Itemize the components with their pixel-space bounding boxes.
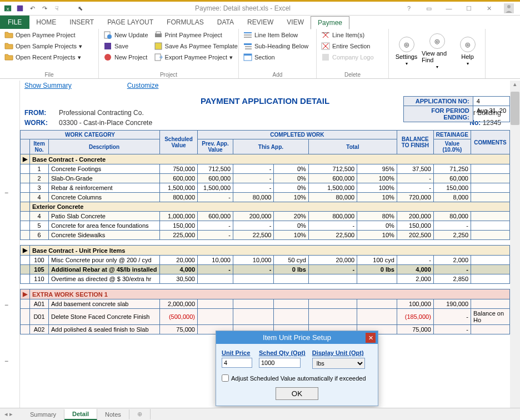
dialog-close-button[interactable]: ✕ [366,333,376,343]
view-find-icon: ◎ [429,33,445,49]
help-icon[interactable]: ? [400,2,418,15]
period-ending: Aug 31, 20 [473,106,509,122]
svg-rect-17 [245,46,252,47]
svg-rect-18 [245,48,252,49]
table-row[interactable]: 4Concrete Columns800,000-80,00010%80,000… [21,193,510,202]
subheading-below-button[interactable]: Sub-Heading Below [241,41,314,51]
svg-rect-13 [244,32,252,33]
app-info-box: APPLICATION NO:4 FOR PERIOD ENDING:Aug 3… [403,96,510,122]
open-recent-projects-button[interactable]: Open Recent Projects▾ [2,52,96,62]
sheet-tab-summary[interactable]: Summary [22,409,64,419]
tab-insert[interactable]: INSERT [63,16,101,29]
sheet-nav[interactable]: ◂ ▸ [4,411,13,418]
table-row[interactable]: 110Overtime as directed @ $ 30/extra hr3… [21,274,510,284]
tab-paymee[interactable]: Paymee [311,16,349,29]
table-row[interactable]: 1Concrete Footings750,000712,500-0%712,5… [21,164,510,174]
scroll-thumb[interactable] [511,92,519,125]
table-row[interactable]: ▶EXTRA WORK SECTION 1 [21,289,510,299]
maximize-icon[interactable]: ☐ [460,2,478,15]
delete-company-logo-button[interactable]: Company Logo [319,52,386,62]
table-row[interactable]: ▶Base Contract - Unit Price Items [21,246,510,256]
adjust-checkbox[interactable] [222,374,229,382]
detail-table[interactable]: WORK CATEGORY Scheduled Value COMPLETED … [20,130,510,334]
ribbon-group-file-label: File [0,72,98,78]
table-row[interactable]: 6Concrete Sidewalks225,000-22,50010%22,5… [21,231,510,240]
ribbon-group-file: Open Paymee Project Open Sample Projects… [0,29,99,78]
svg-point-6 [107,34,112,39]
file-tab[interactable]: FILE [0,16,29,29]
print-project-button[interactable]: Print Paymee Project [152,30,240,40]
account-icon[interactable] [500,2,518,15]
minimize-icon[interactable]: — [440,2,458,15]
open-sample-projects-button[interactable]: Open Sample Projects▾ [2,41,96,51]
outline-gutter[interactable]: − − − [0,81,20,408]
table-row[interactable]: 4Patio Slab Concrete1,000,000600,000200,… [21,212,510,221]
svg-text:X: X [6,7,9,12]
show-summary-link[interactable]: Show Summary [24,82,72,89]
delete-entire-section-button[interactable]: Entire Section [319,41,386,51]
work-value: 03300 - Cast-in-Place Concrete [59,119,152,127]
export-project-button[interactable]: Export Paymee Project▾ [152,52,240,62]
help-button[interactable]: ◎Help▾ [452,33,483,69]
save-icon[interactable] [14,3,26,14]
customize-link[interactable]: Customize [127,82,159,89]
tab-page-layout[interactable]: PAGE LAYOUT [101,16,160,29]
line-item-below-button[interactable]: Line Item Below [241,30,314,40]
menu-bar: FILE HOME INSERT PAGE LAYOUT FORMULAS DA… [0,16,520,29]
unit-price-dialog: Item Unit Price Setup ✕ Unit Price Sched… [216,331,378,406]
new-project-button[interactable]: New Project [101,52,151,62]
outline-collapse-icon[interactable]: − [4,189,8,197]
delete-line-items-button[interactable]: Line Item(s) [319,30,386,40]
outline-collapse-icon[interactable]: − [4,357,8,365]
table-row[interactable]: D01Delete Stone Faced Concrete Finish(50… [21,309,510,325]
dialog-ok-button[interactable]: OK [276,387,318,400]
svg-rect-23 [322,54,329,61]
display-unit-select[interactable]: lbs [312,358,365,369]
settings-button[interactable]: ◎Settings▾ [391,33,422,69]
sheet-tabs-bar: ◂ ▸ Summary Detail Notes ⊕ [0,408,520,420]
ribbon-group-delete-label: Delete [317,72,388,78]
unit-price-input[interactable] [222,358,252,368]
vertical-scrollbar[interactable]: ▴ [510,81,520,408]
table-row[interactable] [21,240,510,246]
save-template-button[interactable]: Save As Paymee Template [152,41,240,51]
cursor-icon[interactable]: ⬉ [74,3,86,14]
table-row[interactable]: 3Rebar & reinforcement1,500,0001,500,000… [21,183,510,193]
window-controls: ? ▭ — ☐ ✕ [400,2,520,15]
table-row[interactable]: 2Slab-On-Grade600,000600,000-0%600,00010… [21,174,510,183]
touch-icon[interactable]: ☟ [51,3,62,14]
table-row[interactable]: 5Concrete for area fence foundations150,… [21,221,510,231]
tab-formulas[interactable]: FORMULAS [160,16,211,29]
ribbon: Open Paymee Project Open Sample Projects… [0,29,520,79]
excel-icon[interactable]: X [2,3,13,14]
save-button[interactable]: Save [101,41,151,51]
svg-rect-20 [244,54,252,56]
new-update-button[interactable]: New Update [101,30,151,40]
application-number: 4 [473,97,504,106]
table-row[interactable]: Exterior Concrete [21,202,510,212]
svg-rect-16 [244,43,252,45]
tab-data[interactable]: DATA [211,16,241,29]
sched-qty-input[interactable] [259,358,301,368]
sheet-tab-detail[interactable]: Detail [64,409,97,420]
open-paymee-project-button[interactable]: Open Paymee Project [2,30,96,40]
sheet-tab-add[interactable]: ⊕ [129,409,151,419]
table-row[interactable]: ▶Base Contract - Concrete [21,154,510,164]
ribbon-options-icon[interactable]: ▭ [420,2,438,15]
section-button[interactable]: Section [241,52,314,62]
tab-home[interactable]: HOME [29,16,63,29]
redo-icon[interactable]: ↷ [39,3,50,14]
outline-collapse-icon[interactable]: − [4,301,8,309]
undo-icon[interactable]: ↶ [27,3,38,14]
view-find-button[interactable]: ◎View and Find▾ [422,33,452,69]
table-row[interactable]: 105Additional Rebar at @ 4$/lb installed… [21,265,510,274]
table-row[interactable]: 100Misc Concrete pour only @ 200 / cyd20… [21,256,510,265]
svg-rect-10 [156,32,161,34]
tab-review[interactable]: REVIEW [241,16,280,29]
tab-view[interactable]: VIEW [280,16,311,29]
table-row[interactable]: A01Add basement concrete slab2,000,00010… [21,299,510,309]
close-icon[interactable]: ✕ [480,2,498,15]
table-row[interactable] [21,284,510,289]
svg-rect-2 [17,6,23,12]
sheet-tab-notes[interactable]: Notes [97,409,129,419]
